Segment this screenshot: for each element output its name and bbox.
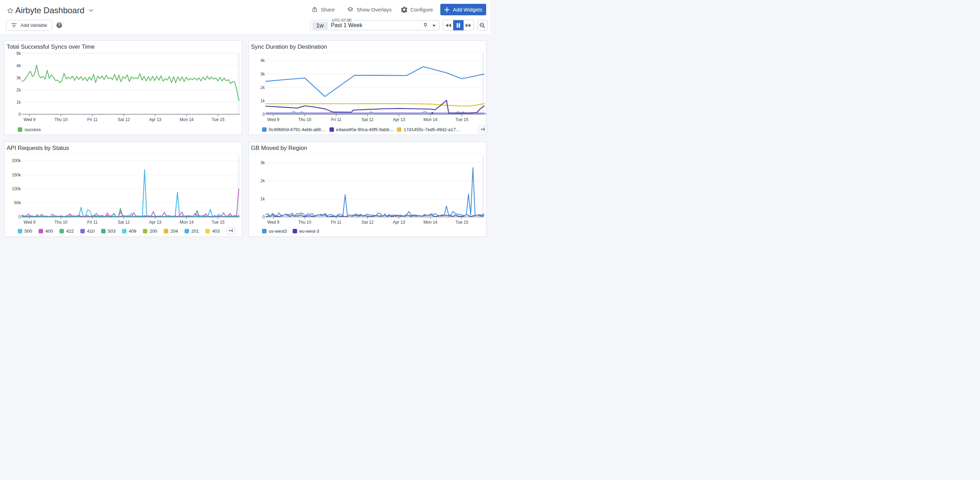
svg-text:Fri 11: Fri 11: [331, 220, 341, 225]
svg-text:Apr 13: Apr 13: [149, 117, 162, 122]
svg-text:4k: 4k: [16, 63, 21, 68]
svg-text:Sat 12: Sat 12: [361, 220, 374, 225]
svg-text:4k: 4k: [260, 58, 265, 63]
svg-text:3k: 3k: [260, 72, 265, 77]
svg-text:Sat 12: Sat 12: [361, 117, 374, 122]
svg-text:Mon 14: Mon 14: [423, 220, 437, 225]
svg-text:1k: 1k: [16, 100, 21, 105]
svg-text:Thu 10: Thu 10: [54, 220, 68, 225]
svg-text:Thu 10: Thu 10: [298, 117, 311, 122]
svg-text:0: 0: [18, 112, 21, 117]
svg-text:Apr 13: Apr 13: [149, 220, 162, 225]
svg-text:Fri 11: Fri 11: [87, 117, 98, 122]
svg-text:Wed 9: Wed 9: [267, 220, 279, 225]
svg-text:Fri 11: Fri 11: [331, 117, 341, 122]
svg-text:Tue 15: Tue 15: [212, 220, 224, 225]
svg-text:Thu 10: Thu 10: [298, 220, 311, 225]
svg-text:150k: 150k: [12, 172, 21, 177]
svg-text:200k: 200k: [12, 158, 21, 163]
svg-text:Sat 12: Sat 12: [118, 117, 130, 122]
svg-text:Wed 9: Wed 9: [267, 117, 279, 122]
svg-text:Tue 15: Tue 15: [455, 117, 468, 122]
svg-text:Apr 13: Apr 13: [393, 117, 405, 122]
svg-text:1k: 1k: [260, 196, 265, 201]
svg-text:Mon 14: Mon 14: [180, 220, 194, 225]
svg-text:Wed 9: Wed 9: [24, 117, 36, 122]
svg-text:Apr 13: Apr 13: [393, 220, 405, 225]
svg-text:Mon 14: Mon 14: [423, 117, 437, 122]
svg-text:3k: 3k: [16, 75, 21, 80]
svg-text:Thu 10: Thu 10: [54, 117, 68, 122]
svg-text:Fri 11: Fri 11: [87, 220, 98, 225]
svg-text:5k: 5k: [16, 51, 21, 56]
svg-text:0: 0: [18, 215, 21, 220]
svg-text:2k: 2k: [260, 179, 265, 183]
svg-text:Tue 15: Tue 15: [455, 220, 468, 225]
svg-text:Sat 12: Sat 12: [118, 220, 130, 225]
svg-text:Tue 15: Tue 15: [212, 117, 224, 122]
svg-text:Wed 9: Wed 9: [24, 220, 36, 225]
svg-text:Mon 14: Mon 14: [180, 117, 194, 122]
svg-text:3k: 3k: [260, 160, 265, 165]
svg-text:2k: 2k: [260, 85, 265, 90]
svg-text:2k: 2k: [16, 88, 21, 92]
svg-text:0: 0: [262, 215, 265, 220]
svg-text:0: 0: [262, 112, 265, 117]
svg-text:1k: 1k: [260, 99, 265, 103]
svg-text:100k: 100k: [12, 187, 21, 191]
svg-text:50k: 50k: [14, 200, 21, 205]
